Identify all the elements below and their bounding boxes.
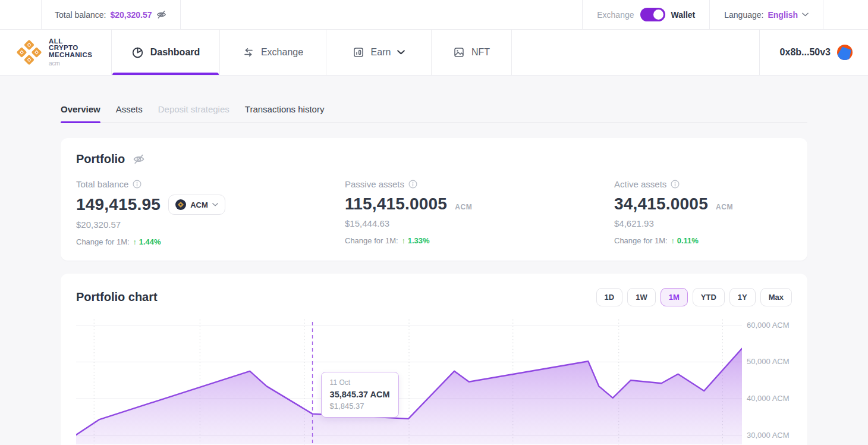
tab-label: Deposit strategies	[158, 104, 229, 114]
main-nav: ALL CRYPTO MECHANICS acm Dashboard Excha…	[0, 30, 868, 76]
tab-active-indicator	[61, 121, 100, 123]
total-balance-column: Total balance 149,415.95 ACM	[76, 179, 345, 246]
y-axis-tick-label: 50,000 ACM	[747, 357, 790, 366]
topbar-left-spacer	[0, 0, 42, 29]
exchange-wallet-toggle-section: Exchange Wallet	[582, 0, 709, 29]
range-button-1w[interactable]: 1W	[627, 288, 656, 306]
portfolio-chart-svg	[76, 319, 742, 444]
toggle-knob	[653, 10, 663, 20]
range-button-1d[interactable]: 1D	[596, 288, 623, 306]
chevron-down-icon	[397, 50, 405, 55]
eye-off-icon[interactable]	[156, 9, 167, 20]
info-icon[interactable]	[408, 180, 417, 189]
nav-item-label: NFT	[471, 47, 490, 58]
tooltip-acm-value: 35,845.37 ACM	[330, 390, 390, 399]
nav-item-label: Earn	[371, 47, 391, 58]
wallet-address: 0x8b...50v3	[780, 47, 831, 58]
range-button-ytd[interactable]: YTD	[693, 288, 725, 306]
active-assets-column: Active assets 34,415.0005 ACM $4,621.93 …	[614, 179, 792, 246]
nav-item-nft[interactable]: NFT	[432, 30, 512, 75]
info-icon[interactable]	[671, 180, 680, 189]
chevron-down-icon	[212, 203, 218, 206]
toggle-exchange-label[interactable]: Exchange	[597, 10, 634, 20]
nft-image-icon	[453, 46, 465, 58]
nav-item-exchange[interactable]: Exchange	[220, 30, 326, 75]
brand-text: ALL CRYPTO MECHANICS acm	[49, 38, 92, 67]
tab-label: Transactions history	[245, 104, 325, 114]
section-tabs: Overview Assets Deposit strategies Trans…	[61, 104, 807, 123]
chart-plot-area[interactable]: 11 Oct 35,845.37 ACM $1,845.37	[76, 319, 742, 444]
avatar	[837, 45, 853, 60]
unit-label: ACM	[455, 203, 472, 211]
change-value: 0.11%	[671, 236, 699, 245]
change-value: 1.33%	[402, 236, 430, 245]
chart-title: Portfolio chart	[76, 290, 158, 304]
brand-sub: acm	[49, 60, 92, 67]
tab-deposit-strategies[interactable]: Deposit strategies	[158, 104, 229, 122]
change-label: Change for 1M:	[345, 236, 398, 245]
brand-line-3: MECHANICS	[49, 52, 92, 59]
change-label: Change for 1M:	[76, 237, 130, 246]
change-value: 1.44%	[133, 237, 161, 246]
column-label: Active assets	[614, 179, 666, 189]
tab-overview[interactable]: Overview	[61, 104, 100, 122]
chart-tooltip: 11 Oct 35,845.37 ACM $1,845.37	[321, 372, 399, 418]
eye-off-icon[interactable]	[132, 152, 146, 166]
passive-amount: 115,415.0005	[345, 195, 447, 214]
balance-amount: 149,415.95	[76, 195, 161, 214]
balance-usd: $20,320.57	[76, 220, 345, 230]
language-selector[interactable]: Language: English	[709, 0, 823, 29]
tab-label: Overview	[61, 104, 100, 114]
acm-token-icon	[175, 199, 186, 210]
chevron-down-icon	[802, 12, 809, 17]
portfolio-chart-card: Portfolio chart 1D 1W 1M YTD 1Y Max 11 O…	[61, 274, 807, 445]
tooltip-date: 11 Oct	[330, 378, 390, 387]
currency-selector[interactable]: ACM	[168, 195, 225, 215]
toggle-wallet-label[interactable]: Wallet	[671, 10, 696, 20]
tab-assets[interactable]: Assets	[116, 104, 143, 122]
top-utility-bar: Total balance: $20,320.57 Exchange Walle…	[0, 0, 868, 30]
language-label: Language:	[724, 10, 763, 20]
tab-label: Assets	[116, 104, 143, 114]
language-value: English	[768, 10, 798, 20]
y-axis-tick-label: 30,000 ACM	[747, 431, 790, 440]
nav-item-label: Exchange	[261, 47, 303, 58]
passive-usd: $15,444.63	[345, 218, 614, 228]
passive-assets-column: Passive assets 115,415.0005 ACM $15,444.…	[345, 179, 614, 246]
change-label: Change for 1M:	[614, 236, 668, 245]
nav-item-label: Dashboard	[150, 47, 200, 58]
range-button-1m[interactable]: 1M	[661, 288, 688, 306]
total-balance-value: $20,320.57	[110, 10, 152, 20]
exchange-wallet-toggle[interactable]	[640, 8, 665, 21]
range-button-1y[interactable]: 1Y	[729, 288, 756, 306]
swap-arrows-icon	[243, 46, 254, 58]
earn-chart-icon	[353, 46, 364, 58]
info-icon[interactable]	[133, 180, 141, 189]
brand-logo[interactable]: ALL CRYPTO MECHANICS acm	[0, 30, 112, 75]
unit-label: ACM	[716, 203, 733, 211]
tooltip-usd-value: $1,845.37	[330, 402, 390, 410]
portfolio-card: Portfolio Total balance 149,415.95	[61, 138, 807, 261]
time-range-buttons: 1D 1W 1M YTD 1Y Max	[596, 288, 792, 306]
y-axis-tick-label: 60,000 ACM	[747, 321, 790, 330]
portfolio-chart: 11 Oct 35,845.37 ACM $1,845.37 60,000 AC…	[76, 319, 792, 444]
column-label: Total balance	[76, 179, 128, 189]
total-balance-label: Total balance:	[55, 10, 106, 20]
topbar-total-balance: Total balance: $20,320.57	[42, 0, 181, 29]
topbar-flex-spacer	[181, 0, 582, 29]
pie-chart-icon	[131, 46, 144, 59]
column-label: Passive assets	[345, 179, 404, 189]
tab-transactions-history[interactable]: Transactions history	[245, 104, 325, 122]
active-usd: $4,621.93	[614, 218, 792, 228]
nav-active-indicator	[112, 73, 219, 75]
chart-y-axis: 60,000 ACM50,000 ACM40,000 ACM30,000 ACM	[742, 319, 792, 444]
range-button-max[interactable]: Max	[760, 288, 792, 306]
acm-logo-icon	[15, 39, 43, 66]
y-axis-tick-label: 40,000 ACM	[747, 394, 790, 403]
nav-item-dashboard[interactable]: Dashboard	[112, 30, 220, 75]
topbar-right-spacer	[823, 0, 868, 29]
nav-item-earn[interactable]: Earn	[326, 30, 432, 75]
active-amount: 34,415.0005	[614, 195, 708, 214]
wallet-account[interactable]: 0x8b...50v3	[759, 30, 868, 75]
currency-selector-value: ACM	[190, 200, 208, 209]
